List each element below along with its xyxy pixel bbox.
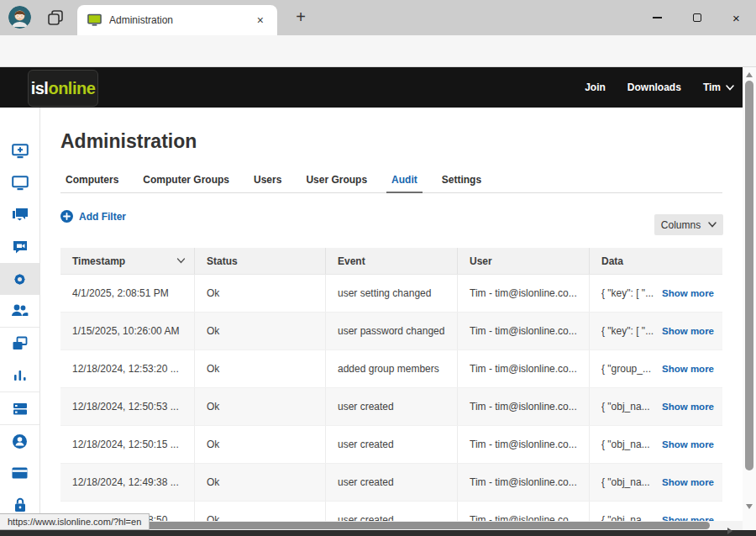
gear-icon xyxy=(11,271,29,288)
cell-user: Tim - tim@islonline.co... xyxy=(458,275,590,312)
page-title: Administration xyxy=(60,130,197,153)
table-row: 12/18/2024, 12:53:20 ... Ok added group … xyxy=(60,350,722,388)
sidebar-item-users[interactable] xyxy=(0,295,39,327)
chat-icon xyxy=(12,208,29,223)
stacked-windows-icon xyxy=(12,336,28,351)
user-menu[interactable]: Tim xyxy=(703,81,734,93)
table-row: 4/1/2025, 2:08:51 PM Ok user setting cha… xyxy=(60,275,722,313)
monitor-plus-icon xyxy=(12,144,29,159)
cell-event: user created xyxy=(326,426,458,463)
sidebar-item-sessions[interactable] xyxy=(0,328,39,360)
show-more-link[interactable]: Show more xyxy=(662,288,714,298)
browser-toolbar: https://account.islonline.net/users/admi… xyxy=(0,35,756,67)
tab-computer-groups[interactable]: Computer Groups xyxy=(138,171,234,193)
tab-close-icon[interactable]: × xyxy=(254,13,267,27)
sidebar-item-video-chat[interactable] xyxy=(0,231,39,263)
join-link[interactable]: Join xyxy=(585,81,606,93)
credit-card-icon xyxy=(12,467,28,479)
server-list-icon xyxy=(13,402,28,415)
cell-event: user created xyxy=(326,464,458,501)
cell-timestamp: 12/18/2024, 12:50:53 ... xyxy=(60,388,195,425)
monitor-icon xyxy=(12,176,29,191)
cell-data: { "obj_na... Show more xyxy=(590,388,722,425)
cell-status: Ok xyxy=(195,464,326,501)
maximize-icon xyxy=(693,13,701,22)
workspaces-icon[interactable] xyxy=(46,8,65,27)
cell-user: Tim - tim@islonline.co... xyxy=(458,313,590,349)
cell-event: user password changed xyxy=(326,313,458,349)
tab-settings[interactable]: Settings xyxy=(437,171,486,193)
show-more-link[interactable]: Show more xyxy=(662,402,714,412)
cell-event: user setting changed xyxy=(326,275,458,312)
sidebar-item-computers[interactable] xyxy=(0,167,39,199)
status-bar-link: https://www.islonline.com/?hl=en xyxy=(0,513,150,530)
maximize-button[interactable] xyxy=(677,0,717,35)
main-content: Administration Computers Computer Groups… xyxy=(40,108,743,530)
tab-audit[interactable]: Audit xyxy=(386,171,423,193)
scroll-up-arrow-icon[interactable] xyxy=(746,72,753,77)
column-header-data[interactable]: Data xyxy=(590,248,722,274)
sidebar-item-reports[interactable] xyxy=(0,360,39,391)
sort-chevron-icon xyxy=(176,258,186,264)
sidebar-item-licenses[interactable] xyxy=(0,392,39,424)
page-tabs: Computers Computer Groups Users User Gro… xyxy=(60,171,722,193)
table-row: 12/18/2024, 12:50:15 ... Ok user created… xyxy=(60,426,722,464)
bar-chart-icon xyxy=(13,370,27,381)
cell-status: Ok xyxy=(195,275,326,312)
table-header: Timestamp Status Event User Data xyxy=(60,248,722,275)
add-filter-button[interactable]: Add Filter xyxy=(60,210,126,223)
downloads-link[interactable]: Downloads xyxy=(627,81,681,93)
cell-status: Ok xyxy=(195,388,326,425)
show-more-link[interactable]: Show more xyxy=(662,477,714,487)
tab-user-groups[interactable]: User Groups xyxy=(301,171,372,193)
columns-button[interactable]: Columns xyxy=(654,214,723,235)
sidebar-item-administration[interactable] xyxy=(0,263,39,295)
close-button[interactable]: × xyxy=(717,0,756,35)
sidebar-item-chat[interactable] xyxy=(0,199,39,231)
tab-users[interactable]: Users xyxy=(249,171,286,193)
cell-event: user created xyxy=(326,388,458,425)
cell-user: Tim - tim@islonline.co... xyxy=(458,464,590,501)
browser-tab[interactable]: Administration × xyxy=(77,5,277,35)
account-icon xyxy=(12,434,28,449)
avatar-image xyxy=(8,6,31,29)
scroll-right-arrow-icon[interactable] xyxy=(727,528,732,534)
cell-status: Ok xyxy=(195,426,326,463)
islonline-logo[interactable]: islonline xyxy=(28,70,98,107)
sidebar-item-join-session[interactable] xyxy=(0,135,39,167)
plus-circle-icon xyxy=(60,210,73,223)
scroll-down-arrow-icon[interactable] xyxy=(746,504,753,509)
show-more-link[interactable]: Show more xyxy=(662,439,714,449)
sidebar-item-account[interactable] xyxy=(0,425,39,457)
column-header-status[interactable]: Status xyxy=(195,248,326,274)
new-tab-button[interactable]: + xyxy=(289,6,312,29)
cell-data: { "obj_na... Show more xyxy=(590,464,722,501)
cell-timestamp: 12/18/2024, 12:49:38 ... xyxy=(60,464,195,501)
cell-data: { "obj_na... Show more xyxy=(590,426,722,463)
cell-status: Ok xyxy=(195,350,326,387)
cell-timestamp: 12/18/2024, 12:50:15 ... xyxy=(60,426,195,463)
cell-timestamp: 12/18/2024, 12:53:20 ... xyxy=(60,350,195,387)
horizontal-scrollbar-thumb[interactable] xyxy=(92,522,710,529)
profile-avatar[interactable] xyxy=(8,6,31,29)
tab-title: Administration xyxy=(109,14,254,26)
show-more-link[interactable]: Show more xyxy=(662,326,714,336)
app-sidebar xyxy=(0,108,40,530)
column-header-timestamp[interactable]: Timestamp xyxy=(60,248,195,274)
vertical-scrollbar[interactable] xyxy=(743,67,756,530)
table-row: 12/18/2024, 12:50:53 ... Ok user created… xyxy=(60,388,722,426)
cell-status: Ok xyxy=(195,313,326,349)
tab-favicon xyxy=(87,13,102,27)
cell-data: { "group_... Show more xyxy=(590,350,722,387)
column-header-user[interactable]: User xyxy=(458,248,590,274)
table-row: 12/18/2024, 12:49:38 ... Ok user created… xyxy=(60,464,722,502)
sidebar-item-billing[interactable] xyxy=(0,457,39,489)
close-icon: × xyxy=(732,12,740,24)
column-header-event[interactable]: Event xyxy=(326,248,458,274)
table-row: 1/15/2025, 10:26:00 AM Ok user password … xyxy=(60,313,722,350)
tab-computers[interactable]: Computers xyxy=(60,171,123,193)
vertical-scrollbar-thumb[interactable] xyxy=(745,81,753,470)
minimize-button[interactable] xyxy=(638,0,677,35)
show-more-link[interactable]: Show more xyxy=(662,364,714,374)
video-chat-icon xyxy=(12,239,29,255)
